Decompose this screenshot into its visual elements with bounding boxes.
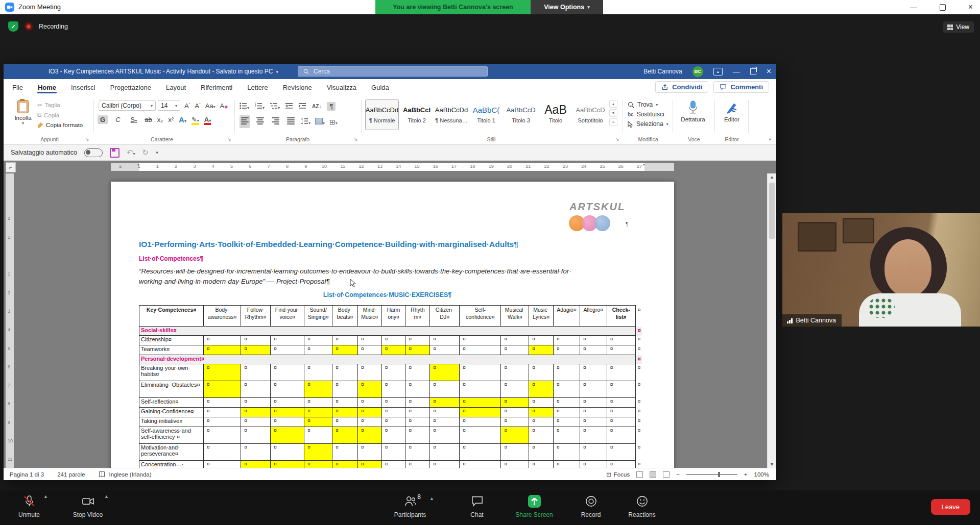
zoom-percentage[interactable]: 100% bbox=[754, 471, 769, 478]
autosave-toggle[interactable] bbox=[84, 148, 103, 157]
tab-guida[interactable]: Guida bbox=[371, 81, 390, 94]
maximize-button[interactable] bbox=[940, 4, 946, 11]
tab-selector[interactable]: ⌐ bbox=[6, 162, 16, 172]
tab-file[interactable]: File bbox=[12, 81, 23, 94]
unmute-button[interactable]: Unmute ▲ bbox=[1, 495, 57, 518]
word-close-button[interactable]: × bbox=[767, 67, 771, 76]
tab-layout[interactable]: Layout bbox=[165, 81, 186, 94]
underline-button[interactable]: S▾ bbox=[128, 115, 140, 124]
shading-button[interactable]: ▾ bbox=[315, 118, 325, 126]
participant-video-tile[interactable]: Betti Cannova bbox=[782, 213, 980, 327]
bold-button[interactable]: G bbox=[98, 115, 108, 124]
ribbon-display-options-icon[interactable]: ▴ bbox=[713, 68, 723, 76]
zoom-in-button[interactable]: + bbox=[744, 471, 748, 478]
sort-button[interactable]: AZ↓ bbox=[312, 104, 321, 109]
tab-revisione[interactable]: Revisione bbox=[282, 81, 313, 94]
styles-scroll[interactable]: ▴▾≡ bbox=[609, 100, 617, 126]
editor-button[interactable]: Editor bbox=[715, 100, 748, 122]
redo-button[interactable]: ↻ bbox=[142, 148, 149, 157]
participants-button[interactable]: Participants 8 ▲ bbox=[382, 495, 438, 518]
cut-button[interactable]: ✂Taglia bbox=[37, 102, 60, 109]
avatar[interactable]: BC bbox=[692, 66, 703, 77]
bullet-list-button[interactable]: ▾ bbox=[240, 103, 249, 111]
tab-inserisci[interactable]: Inserisci bbox=[70, 81, 96, 94]
vertical-scrollbar[interactable]: ▲ ▼ bbox=[767, 173, 776, 468]
word-count[interactable]: 241 parole bbox=[57, 471, 85, 478]
style-card[interactable]: AaBbCcITitolo 2 bbox=[400, 99, 434, 130]
language-indicator[interactable]: Inglese (Irlanda) bbox=[99, 471, 152, 478]
scrollbar-thumb[interactable] bbox=[769, 183, 775, 239]
page-indicator[interactable]: Pagina 1 di 3 bbox=[10, 471, 44, 478]
zoom-slider[interactable] bbox=[686, 474, 737, 475]
leave-button[interactable]: Leave bbox=[931, 499, 970, 515]
view-options-button[interactable]: View Options▾ bbox=[531, 0, 603, 14]
minimize-button[interactable]: — bbox=[910, 4, 917, 11]
view-layout-button[interactable]: View bbox=[943, 21, 974, 33]
zoom-out-button[interactable]: − bbox=[676, 471, 680, 478]
align-center-button[interactable] bbox=[255, 115, 266, 128]
paste-button[interactable]: Incolla ▾ bbox=[11, 100, 35, 126]
borders-button[interactable]: ⊞▾ bbox=[329, 118, 338, 126]
tab-riferimenti[interactable]: Riferimenti bbox=[200, 81, 233, 94]
font-name-select[interactable]: Calibri (Corpo)▾ bbox=[99, 101, 156, 111]
horizontal-ruler[interactable]: ⌐ ▾ ▾ 211·2·3·4·5·6·7·8·9·10·11·12·13·14… bbox=[4, 161, 776, 173]
shrink-font-button[interactable]: Aˇ bbox=[195, 102, 200, 110]
document-page[interactable]: ARTSKUL ¶ IO1·Performing·Arts·Toolkit·of… bbox=[111, 182, 674, 468]
scroll-down-icon[interactable]: ▼ bbox=[768, 462, 776, 467]
web-layout-button[interactable] bbox=[663, 471, 670, 478]
italic-button[interactable]: C bbox=[113, 115, 123, 124]
font-size-select[interactable]: 14▾ bbox=[158, 101, 180, 111]
unmute-options-chevron[interactable]: ▲ bbox=[43, 494, 48, 499]
recording-dot-icon[interactable] bbox=[25, 22, 33, 31]
reactions-button[interactable]: Reactions bbox=[614, 495, 670, 518]
zoom-slider-thumb[interactable] bbox=[718, 472, 720, 477]
word-minimize-button[interactable]: — bbox=[733, 67, 740, 76]
save-icon[interactable] bbox=[110, 148, 119, 158]
clear-formatting-button[interactable]: A◆ bbox=[220, 102, 228, 110]
style-card[interactable]: AaBTitolo bbox=[539, 99, 572, 130]
chat-button[interactable]: Chat bbox=[449, 495, 505, 518]
strikethrough-button[interactable]: ab bbox=[145, 116, 152, 123]
superscript-button[interactable]: x² bbox=[168, 116, 174, 123]
share-button[interactable]: Condividi bbox=[655, 81, 708, 93]
word-restore-button[interactable] bbox=[750, 68, 756, 74]
align-left-button[interactable] bbox=[240, 115, 250, 128]
print-layout-button[interactable] bbox=[650, 471, 656, 478]
find-button[interactable]: Trova▾ bbox=[628, 101, 668, 108]
font-color-button[interactable]: A▾ bbox=[204, 116, 211, 123]
participants-options-chevron[interactable]: ▲ bbox=[429, 496, 434, 501]
highlight-color-button[interactable]: ✎▾ bbox=[192, 116, 199, 123]
replace-button[interactable]: bc Sostituisci bbox=[628, 111, 668, 118]
grow-font-button[interactable]: Aˆ bbox=[184, 102, 190, 110]
comments-button[interactable]: Commenti bbox=[713, 81, 769, 93]
change-case-button[interactable]: Aa▾ bbox=[205, 102, 216, 110]
style-card[interactable]: AaBbCcDSottotitolo bbox=[573, 99, 607, 130]
numbered-list-button[interactable]: 12▾ bbox=[255, 103, 265, 111]
dialog-launcher-icon[interactable]: ↘ bbox=[227, 137, 231, 142]
scroll-up-icon[interactable]: ▲ bbox=[768, 174, 776, 180]
vertical-ruler[interactable]: 21123456789101112 bbox=[6, 173, 14, 468]
style-card[interactable]: AaBbCcDd¶ Normale bbox=[365, 99, 399, 130]
undo-button[interactable]: ↶▾ bbox=[127, 148, 135, 157]
focus-mode-button[interactable]: ⊡ Focus bbox=[606, 471, 630, 478]
right-indent-marker[interactable]: ▾ bbox=[643, 162, 645, 167]
security-shield-icon[interactable]: ✓ bbox=[8, 21, 18, 32]
decrease-indent-button[interactable] bbox=[285, 103, 293, 111]
show-formatting-button[interactable]: ¶ bbox=[327, 102, 336, 111]
collapse-ribbon-button[interactable]: ▴ bbox=[769, 136, 771, 141]
account-name[interactable]: Betti Cannova bbox=[643, 68, 682, 75]
tab-visualizza[interactable]: Visualizza bbox=[326, 81, 357, 94]
copy-button[interactable]: ⧉Copia bbox=[37, 112, 59, 118]
tab-lettere[interactable]: Lettere bbox=[247, 81, 268, 94]
format-painter-button[interactable]: Copia formato bbox=[37, 122, 83, 128]
subscript-button[interactable]: x₂ bbox=[157, 116, 163, 123]
competence-table[interactable]: Key·Competences¤Body· awareness¤Follow· … bbox=[139, 305, 642, 468]
line-spacing-button[interactable]: ▾ bbox=[301, 118, 310, 126]
customize-qat-icon[interactable]: ▾ bbox=[156, 150, 158, 155]
justify-button[interactable] bbox=[285, 115, 296, 128]
increase-indent-button[interactable] bbox=[299, 103, 306, 111]
dialog-launcher-icon[interactable]: ↘ bbox=[85, 137, 89, 142]
close-button[interactable]: × bbox=[968, 3, 973, 11]
share-screen-button[interactable]: Share Screen bbox=[506, 495, 562, 518]
read-mode-button[interactable] bbox=[636, 471, 643, 478]
